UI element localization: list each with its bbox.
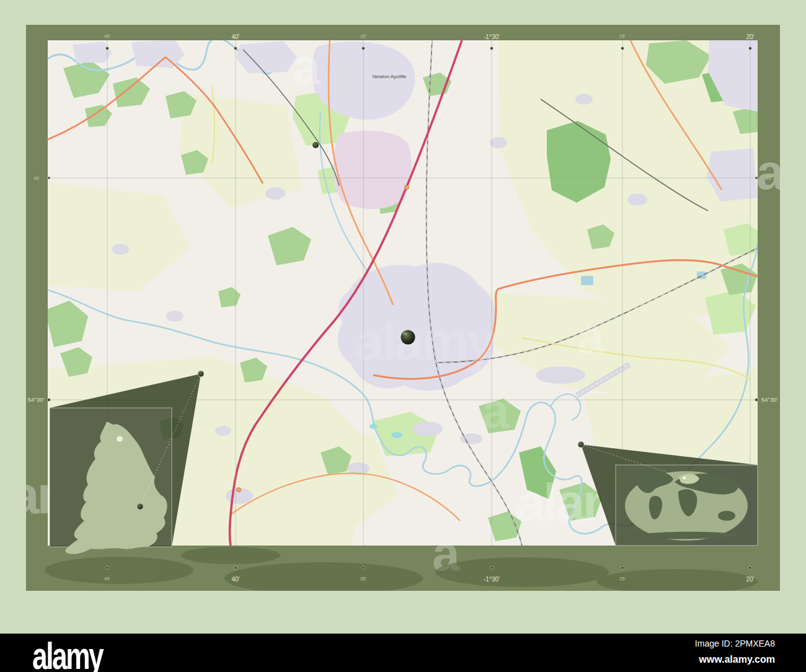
tick-top-25: 25' bbox=[619, 33, 626, 39]
tick-right-35: 35' bbox=[766, 175, 772, 181]
tick-bottom-35: 35' bbox=[360, 576, 366, 581]
tick-bottom-40: 40' bbox=[231, 576, 239, 583]
east-callout-dot bbox=[578, 441, 584, 448]
image-id: Image ID: 2PMXEA8 bbox=[695, 639, 775, 648]
tick-bottom-20: 20' bbox=[746, 576, 754, 583]
map-figure: Newton Aycliffe alamy alamy alamy a a a … bbox=[26, 25, 780, 591]
tick-top-130: -1°30' bbox=[484, 33, 500, 40]
tick-top-45: 45' bbox=[104, 33, 110, 39]
footer-bar: alamy Image ID: 2PMXEA8 www.alamy.com bbox=[0, 634, 806, 672]
tick-bottom-45: 45' bbox=[104, 576, 110, 581]
stock-photo-page: Newton Aycliffe alamy alamy alamy a a a … bbox=[0, 0, 806, 672]
watermark-letter: a bbox=[482, 383, 510, 438]
watermark-letter: a bbox=[293, 39, 321, 94]
tick-right-5430: 54°30' bbox=[761, 396, 778, 403]
tick-left-35: 35' bbox=[33, 175, 40, 181]
footer-meta: Image ID: 2PMXEA8 www.alamy.com bbox=[695, 639, 775, 665]
west-callout-dot bbox=[198, 371, 204, 377]
tick-top-40: 40' bbox=[231, 33, 239, 40]
alamy-logo: alamy bbox=[32, 634, 102, 672]
england-marker-dot bbox=[138, 504, 143, 510]
world-marker-dot bbox=[683, 477, 686, 479]
tick-top-35: 35' bbox=[360, 33, 366, 39]
watermark-letter: a bbox=[577, 309, 604, 364]
tick-top-20: 20' bbox=[746, 33, 754, 40]
primary-location-marker bbox=[401, 330, 415, 345]
tick-bottom-25: 25' bbox=[619, 576, 626, 581]
england-region-highlight bbox=[117, 436, 123, 442]
tick-left-5430: 54°30' bbox=[28, 396, 45, 403]
secondary-dot bbox=[312, 142, 319, 148]
watermark-text: alamy bbox=[355, 311, 496, 371]
alamy-url: www.alamy.com bbox=[695, 654, 775, 665]
town-label-newton-aycliffe: Newton Aycliffe bbox=[373, 74, 407, 79]
watermark-letter: a bbox=[756, 144, 780, 200]
tick-bottom-130: -1°30' bbox=[484, 576, 500, 583]
